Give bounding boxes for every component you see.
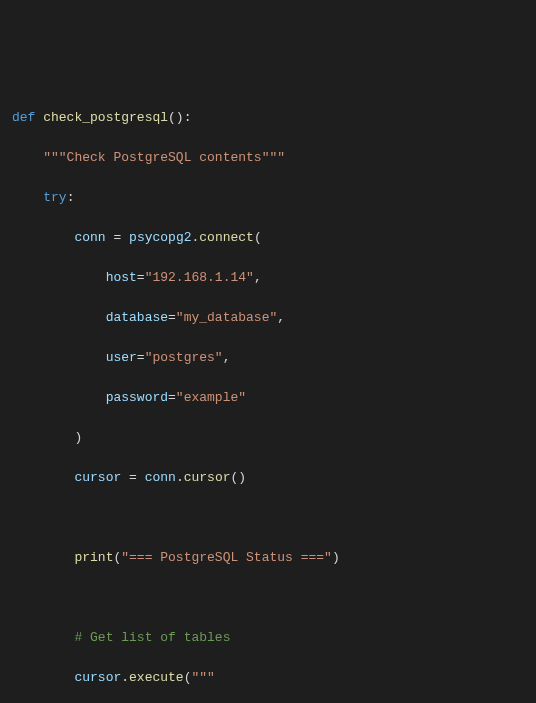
code-line: cursor = conn.cursor() <box>12 468 536 488</box>
code-line: def check_postgresql(): <box>12 108 536 128</box>
code-line: database="my_database", <box>12 308 536 328</box>
code-line <box>12 508 536 528</box>
code-line: cursor.execute(""" <box>12 668 536 688</box>
function-name: check_postgresql <box>43 110 168 125</box>
code-editor[interactable]: def check_postgresql(): """Check Postgre… <box>12 88 536 703</box>
code-line: # Get list of tables <box>12 628 536 648</box>
keyword-try: try <box>43 190 66 205</box>
code-line: ) <box>12 428 536 448</box>
code-line: password="example" <box>12 388 536 408</box>
keyword-def: def <box>12 110 35 125</box>
code-line: try: <box>12 188 536 208</box>
code-line: conn = psycopg2.connect( <box>12 228 536 248</box>
code-line: print("=== PostgreSQL Status ===") <box>12 548 536 568</box>
docstring: """Check PostgreSQL contents""" <box>43 150 285 165</box>
code-line <box>12 588 536 608</box>
code-line: """Check PostgreSQL contents""" <box>12 148 536 168</box>
code-line: user="postgres", <box>12 348 536 368</box>
code-line: host="192.168.1.14", <box>12 268 536 288</box>
